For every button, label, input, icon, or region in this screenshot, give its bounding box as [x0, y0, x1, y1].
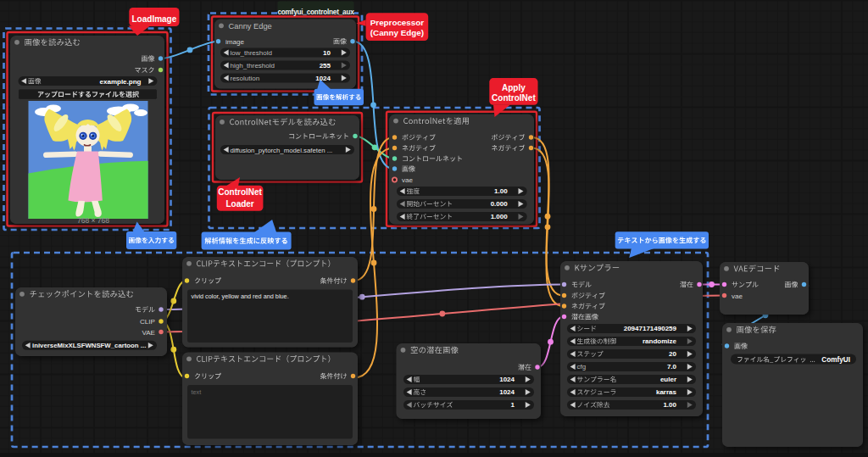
svg-text:20947171490259: 20947171490259: [624, 325, 677, 332]
svg-text:text: text: [192, 388, 202, 396]
svg-text:7.0: 7.0: [667, 363, 677, 371]
svg-text:LoadImage: LoadImage: [132, 14, 177, 24]
svg-text:vae: vae: [402, 176, 414, 184]
svg-text:Preprocessor: Preprocessor: [370, 18, 424, 27]
svg-text:high_threshold: high_threshold: [231, 62, 275, 70]
svg-text:768 × 768: 768 × 768: [77, 216, 109, 225]
svg-text:CLIP: CLIP: [140, 318, 155, 326]
svg-text:1024: 1024: [499, 376, 515, 383]
svg-text:randomize: randomize: [643, 337, 677, 345]
svg-text:1: 1: [511, 401, 515, 409]
svg-text:low_threshold: low_threshold: [231, 49, 272, 57]
svg-text:ControlNet: ControlNet: [492, 93, 536, 103]
svg-text:255: 255: [320, 62, 331, 70]
svg-text:comfyui_controlnet_aux: comfyui_controlnet_aux: [277, 8, 354, 16]
svg-text:vae: vae: [732, 293, 743, 300]
svg-text:iniverseMixXLSFWNSFW_cartoon .: iniverseMixXLSFWNSFW_cartoon ...: [32, 342, 146, 349]
svg-text:image: image: [225, 38, 245, 46]
svg-text:1024: 1024: [499, 388, 515, 396]
svg-text:1.00: 1.00: [494, 187, 508, 195]
svg-text:diffusion_pytorch_model.safete: diffusion_pytorch_model.safeten ...: [231, 147, 333, 154]
svg-text:Apply: Apply: [502, 83, 526, 92]
svg-text:resolution: resolution: [231, 75, 260, 82]
svg-text:karras: karras: [656, 388, 677, 396]
svg-text:example.png: example.png: [100, 78, 142, 86]
svg-text:1.00: 1.00: [663, 401, 676, 409]
svg-text:1024: 1024: [315, 75, 331, 82]
svg-text:0.000: 0.000: [491, 200, 509, 208]
svg-text:Canny Edge: Canny Edge: [229, 22, 272, 31]
svg-text:vivid color, yellow and red an: vivid color, yellow and red and blue.: [192, 293, 289, 300]
svg-text:ControlNet: ControlNet: [218, 187, 262, 197]
svg-text:cfg: cfg: [577, 363, 587, 371]
svg-text:10: 10: [323, 49, 331, 57]
svg-text:euler: euler: [660, 376, 676, 383]
svg-text:20: 20: [669, 350, 676, 358]
svg-text:Loader: Loader: [225, 199, 253, 209]
svg-text:ComfyUI: ComfyUI: [821, 356, 850, 364]
svg-text:VAE: VAE: [142, 329, 155, 337]
svg-text:1.000: 1.000: [491, 213, 509, 220]
svg-text:(Canny Edge): (Canny Edge): [370, 28, 424, 37]
